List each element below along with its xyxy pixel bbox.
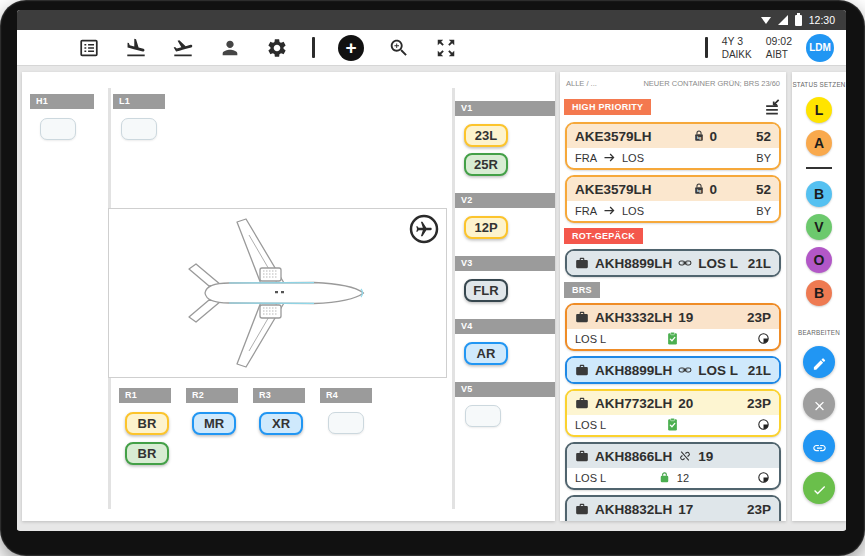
bag-count-group: kg0: [692, 182, 718, 197]
container-chip[interactable]: BR: [125, 442, 169, 465]
toolbar-divider: [312, 37, 315, 58]
container-code: AKH3332LH: [595, 310, 672, 325]
piece-count: 19: [698, 449, 713, 464]
container-chip[interactable]: MR: [192, 412, 236, 435]
card-status-row: LOS L: [567, 415, 779, 435]
status-buttons: LABVOB: [806, 93, 832, 309]
action-buttons: [803, 341, 835, 509]
container-chip[interactable]: BR: [125, 412, 169, 435]
status-clock: 12:30: [809, 14, 835, 26]
empty-slot[interactable]: [328, 412, 364, 434]
link-button[interactable]: [803, 430, 835, 462]
block-time: 09:02: [766, 34, 792, 48]
container-card[interactable]: AKE3579LHkg052FRALOSBY: [565, 122, 781, 170]
side-tools-panel: STATUS SETZEN LABVOB BEARBEITEN: [792, 72, 846, 521]
position-section-r4: R4: [318, 388, 385, 472]
card-status-row: LOS L12: [567, 468, 779, 488]
card-list: HIGH PRIORITYAKE3579LHkg052FRALOSBYAKE35…: [564, 97, 782, 521]
container-code: AKE3579LH: [575, 182, 652, 197]
avatar[interactable]: LDM: [806, 34, 834, 62]
screen: 12:30 +: [17, 10, 846, 531]
card-route-row: FRALOSBY: [567, 201, 779, 221]
position-label: LOS L: [575, 419, 606, 431]
tablet-bezel: 12:30 +: [0, 0, 865, 556]
moon-icon: [756, 470, 771, 485]
zoom-in-icon[interactable]: [387, 36, 411, 60]
fullscreen-icon[interactable]: [434, 36, 458, 60]
rear-hold-row: R1BRBRR2MRR3XRR4: [111, 388, 385, 472]
container-card[interactable]: AKE3579LHkg052FRALOSBY: [565, 175, 781, 223]
link-icon-dark: [678, 363, 692, 377]
piece-count: 17: [678, 502, 693, 517]
container-card[interactable]: AKH8899LHLOS L21L: [565, 249, 781, 277]
briefcase-icon: [575, 449, 589, 463]
add-icon[interactable]: +: [338, 35, 364, 61]
menu-icon[interactable]: [30, 36, 54, 60]
moon-icon: [756, 331, 771, 346]
container-chip[interactable]: 25R: [464, 153, 508, 176]
wifi-triangle-icon: [761, 17, 771, 24]
block-time-info: 09:02 AIBT: [766, 34, 792, 62]
briefcase-icon: [575, 363, 589, 377]
route-from: FRA: [575, 152, 597, 164]
moon-icon: [756, 417, 771, 432]
card-status-row: LOS L: [567, 329, 779, 349]
container-chip[interactable]: FLR: [464, 279, 508, 302]
position-section-r2: R2MR: [184, 388, 251, 472]
status-button-o[interactable]: O: [806, 247, 832, 273]
close-button[interactable]: [803, 388, 835, 420]
settings-icon[interactable]: [265, 36, 289, 60]
android-status-bar: 12:30: [17, 10, 846, 30]
check-button[interactable]: [803, 472, 835, 504]
position-section-v1: V123L25R: [455, 101, 555, 182]
target-position: 23P: [747, 502, 771, 517]
route-from: FRA: [575, 205, 597, 217]
sort-icon[interactable]: [762, 97, 782, 117]
container-card[interactable]: AKH3332LH1923PLOS L: [565, 303, 781, 351]
list-icon[interactable]: [77, 36, 101, 60]
container-card[interactable]: AKH8866LH19LOS L12: [565, 442, 781, 490]
position-section-v4: V4AR: [455, 319, 555, 371]
flight-direction-icon[interactable]: [409, 214, 439, 244]
status-button-b[interactable]: B: [806, 181, 832, 207]
app-toolbar: + 4Y 3 DAIKK 09:02 AIBT LDM: [17, 30, 846, 66]
container-card[interactable]: AKH8899LHLOS L21L: [565, 356, 781, 384]
flight-land-icon[interactable]: [124, 36, 148, 60]
person-icon[interactable]: [218, 36, 242, 60]
route-to: LOS: [622, 152, 644, 164]
bag-count-group: kg0: [692, 129, 718, 144]
pencil-button[interactable]: [803, 346, 835, 378]
card-header: AKH3332LH1923P: [567, 305, 779, 329]
content-area: H1 L1: [17, 66, 846, 530]
card-route-row: FRALOSBY: [567, 148, 779, 168]
flight-takeoff-icon[interactable]: [171, 36, 195, 60]
container-chip[interactable]: 23L: [464, 124, 508, 147]
container-card[interactable]: AKH7732LH2023PLOS L: [565, 389, 781, 437]
section-badge-row: HIGH PRIORITY: [564, 97, 782, 117]
briefcase-icon: [575, 310, 589, 324]
arrow-right-icon: [602, 150, 617, 165]
container-chip[interactable]: 12P: [464, 216, 508, 239]
bag-icon: kg: [692, 182, 706, 196]
status-button-l[interactable]: L: [806, 97, 832, 123]
status-button-b[interactable]: B: [806, 280, 832, 306]
position-header-l1: L1: [113, 94, 165, 109]
deck-layout-panel: H1 L1: [22, 72, 555, 521]
route-right: BY: [673, 205, 771, 217]
position-label: LOS L: [575, 333, 606, 345]
empty-slot[interactable]: [40, 118, 76, 140]
status-button-a[interactable]: A: [806, 130, 832, 156]
empty-slot[interactable]: [121, 118, 157, 140]
position-section-v2: V212P: [455, 193, 555, 245]
status-button-v[interactable]: V: [806, 214, 832, 240]
target-position: 21L: [748, 363, 771, 378]
container-code: AKE3579LH: [575, 129, 652, 144]
section-badge: HIGH PRIORITY: [564, 99, 651, 115]
empty-slot[interactable]: [465, 405, 501, 427]
container-card[interactable]: AKH8832LH1723PLOS L: [565, 495, 781, 521]
position-header-h1: H1: [30, 94, 94, 109]
pencil-icon: [812, 355, 827, 370]
filter-label[interactable]: ALLE / ...: [566, 79, 597, 88]
container-chip[interactable]: AR: [464, 342, 508, 365]
container-chip[interactable]: XR: [259, 412, 303, 435]
